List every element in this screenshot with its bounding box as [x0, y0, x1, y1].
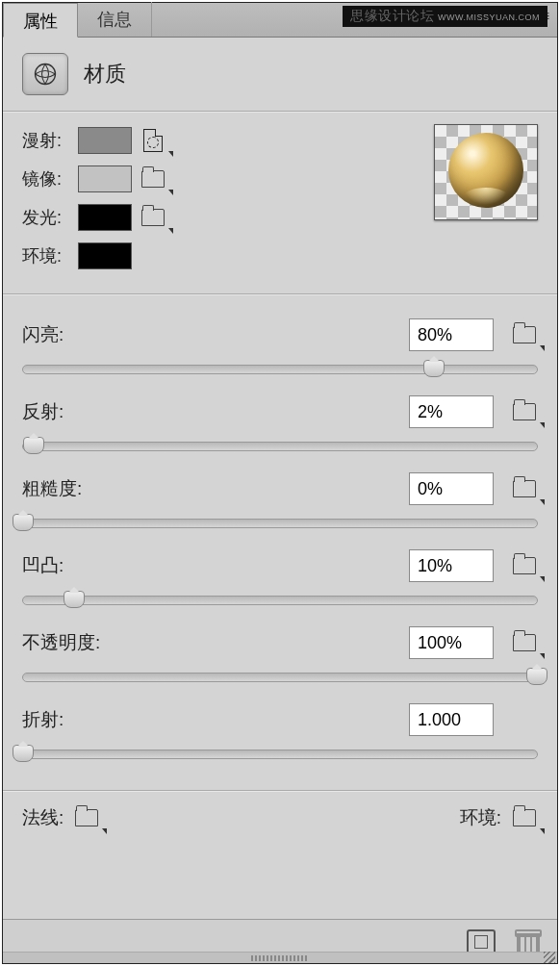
opacity-slider-block: 不透明度: [22, 626, 538, 682]
reflection-folder-button[interactable] [511, 399, 538, 424]
refraction-slider-block: 折射: [22, 703, 538, 759]
delete-button[interactable] [515, 929, 538, 954]
slider-thumb[interactable] [13, 514, 34, 531]
opacity-label: 不透明度: [22, 630, 409, 655]
folder-icon [513, 403, 536, 420]
specular-label: 镜像: [22, 167, 70, 191]
reflection-input[interactable] [409, 395, 494, 428]
refraction-input[interactable] [409, 703, 494, 736]
specular-swatch[interactable] [78, 165, 132, 192]
material-sphere-icon [32, 61, 59, 88]
shine-input[interactable] [409, 318, 494, 351]
folder-icon [513, 634, 536, 651]
shine-folder-button[interactable] [511, 322, 538, 347]
bump-folder-button[interactable] [511, 553, 538, 578]
diffuse-swatch[interactable] [78, 127, 132, 154]
illumination-label: 发光: [22, 206, 70, 229]
watermark: 思缘设计论坛WWW.MISSYUAN.COM [343, 6, 547, 27]
slider-thumb[interactable] [423, 360, 445, 377]
reflection-slider[interactable] [22, 442, 538, 451]
shine-slider-block: 闪亮: [22, 318, 538, 374]
resize-bar[interactable] [3, 952, 557, 963]
opacity-input[interactable] [409, 626, 494, 659]
refraction-label: 折射: [22, 707, 409, 732]
material-preview [434, 124, 538, 220]
resize-corner-icon[interactable] [544, 952, 555, 963]
normal-folder-button[interactable] [73, 805, 100, 830]
folder-icon [513, 809, 536, 826]
bump-input[interactable] [409, 549, 494, 582]
specular-folder-button[interactable] [140, 166, 166, 191]
opacity-slider[interactable] [22, 673, 538, 682]
folder-icon [513, 326, 536, 343]
illumination-folder-button[interactable] [140, 205, 166, 230]
grip-icon [251, 955, 309, 961]
bump-slider-block: 凹凸: [22, 549, 538, 605]
panel-title: 材质 [84, 60, 126, 89]
roughness-input[interactable] [409, 472, 494, 505]
reflection-slider-block: 反射: [22, 395, 538, 451]
slider-thumb[interactable] [13, 745, 34, 762]
ambient-label: 环境: [22, 244, 70, 267]
roughness-slider[interactable] [22, 519, 538, 528]
shine-label: 闪亮: [22, 322, 409, 347]
slider-thumb[interactable] [64, 591, 85, 608]
folder-icon [141, 170, 165, 188]
material-icon-button[interactable] [22, 53, 68, 95]
illumination-swatch[interactable] [78, 204, 132, 231]
environment-folder-button[interactable] [511, 805, 538, 830]
normal-label: 法线: [22, 805, 64, 830]
roughness-folder-button[interactable] [511, 476, 538, 501]
bump-label: 凹凸: [22, 553, 409, 578]
roughness-label: 粗糙度: [22, 476, 409, 501]
reflection-label: 反射: [22, 399, 409, 424]
diffuse-label: 漫射: [22, 129, 70, 152]
document-icon [143, 129, 163, 152]
tab-info[interactable]: 信息 [78, 2, 152, 37]
roughness-slider-block: 粗糙度: [22, 472, 538, 528]
opacity-folder-button[interactable] [511, 630, 538, 655]
folder-icon [75, 809, 98, 826]
environment-label: 环境: [460, 805, 501, 830]
tab-properties[interactable]: 属性 [3, 3, 78, 38]
refraction-slider[interactable] [22, 750, 538, 759]
slider-thumb[interactable] [526, 668, 547, 685]
render-settings-button[interactable] [467, 929, 496, 954]
folder-icon [141, 209, 165, 226]
folder-icon [513, 557, 536, 574]
shine-slider[interactable] [22, 365, 538, 374]
folder-icon [513, 480, 536, 497]
ambient-swatch[interactable] [78, 242, 132, 269]
diffuse-texture-button[interactable] [140, 128, 166, 153]
bump-slider[interactable] [22, 596, 538, 605]
svg-point-0 [36, 64, 56, 85]
slider-thumb[interactable] [23, 437, 44, 454]
